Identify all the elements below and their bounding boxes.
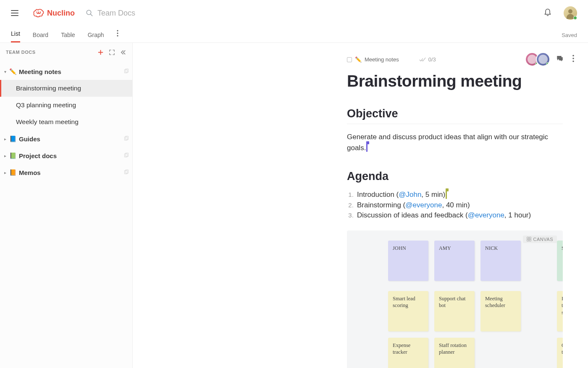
notifications-button[interactable]: [543, 8, 552, 18]
search-input[interactable]: Team Docs: [86, 9, 135, 18]
view-more-button[interactable]: [117, 30, 118, 42]
canvas-sticky[interactable]: Meeting scheduler: [480, 291, 521, 331]
brain-logo-icon: [33, 7, 45, 19]
copy-icon[interactable]: [123, 152, 129, 159]
brand-logo[interactable]: Nuclino: [33, 7, 75, 19]
user-avatar[interactable]: [564, 6, 577, 20]
presence-avatars: [525, 52, 550, 66]
canvas-sticky[interactable]: Staff rotation planner: [434, 338, 475, 368]
canvas-sticky[interactable]: AMY: [434, 241, 475, 281]
add-page-button[interactable]: [97, 49, 104, 56]
collab-cursor-icon: [366, 143, 368, 152]
svg-point-4: [117, 35, 118, 36]
menu-hamburger-icon[interactable]: [11, 10, 18, 16]
tab-graph[interactable]: Graph: [88, 32, 104, 42]
comments-button[interactable]: [556, 55, 564, 64]
svg-rect-19: [529, 237, 531, 239]
dots-vertical-icon: [117, 30, 118, 37]
tab-board[interactable]: Board: [33, 32, 48, 42]
agenda-list[interactable]: Introduction (@John, 5 min) Brainstormin…: [349, 191, 563, 220]
doc-more-button[interactable]: [570, 55, 577, 64]
sidebar-item-q3-planning[interactable]: Q3 planning meeting: [0, 97, 132, 114]
canvas-sticky[interactable]: Smart lead scoring: [388, 291, 428, 331]
chevron-double-left-icon: [120, 49, 126, 56]
svg-point-17: [572, 61, 574, 62]
mention[interactable]: @John: [399, 191, 421, 199]
svg-line-1: [90, 14, 92, 16]
canvas-sticky[interactable]: JOHN: [388, 241, 428, 281]
chevron-right-icon: ▸: [4, 170, 8, 175]
canvas-sticky[interactable]: Expense tracker: [388, 338, 428, 368]
svg-point-16: [572, 58, 574, 59]
breadcrumb-label: Meeting notes: [365, 56, 399, 63]
sidebar-item-meeting-notes[interactable]: ▾ ✏️ Meeting notes: [0, 63, 132, 80]
status-online-icon: [573, 16, 577, 20]
svg-rect-18: [527, 237, 528, 239]
plus-icon: [97, 49, 104, 56]
page-title[interactable]: Brainstorming meeting: [347, 72, 563, 90]
breadcrumb[interactable]: ✏️ Meeting notes: [347, 56, 399, 63]
sidebar-title: TEAM DOCS: [6, 50, 36, 55]
presence-avatar[interactable]: [536, 52, 550, 66]
dots-vertical-icon: [570, 55, 577, 62]
page-icon: [347, 57, 352, 62]
canvas-sticky[interactable]: Invoice tracking system: [557, 291, 563, 331]
section-agenda[interactable]: Agenda: [347, 170, 563, 183]
objective-text[interactable]: Generate and discuss product ideas that …: [347, 132, 563, 153]
collab-cursor-icon: [446, 191, 447, 199]
expand-button[interactable]: [109, 49, 115, 56]
canvas-block[interactable]: CANVAS JOHN AMY NICK SHORTLIST Smart lea…: [347, 230, 563, 368]
agenda-item[interactable]: Discussion of ideas and feedback (@every…: [355, 211, 563, 220]
agenda-item[interactable]: Brainstorming (@everyone, 40 min): [355, 201, 563, 209]
sidebar: TEAM DOCS ▾ ✏️ Meeting notes Brainstormi…: [0, 43, 133, 368]
section-objective[interactable]: Objective: [347, 107, 563, 120]
agenda-item[interactable]: Introduction (@John, 5 min): [355, 191, 563, 199]
brand-name: Nuclino: [47, 9, 75, 18]
chevron-right-icon: ▸: [4, 154, 8, 158]
check-icon: [419, 57, 426, 62]
svg-point-15: [572, 55, 574, 56]
mention[interactable]: @everyone: [405, 201, 442, 209]
chevron-down-icon: ▾: [4, 69, 8, 74]
saved-status: Saved: [562, 32, 577, 42]
canvas-sticky[interactable]: Support chat bot: [434, 291, 475, 331]
search-placeholder: Team Docs: [97, 9, 135, 18]
expand-icon: [109, 49, 115, 56]
sidebar-item-weekly-team[interactable]: Weekly team meeting: [0, 114, 132, 130]
canvas-sticky[interactable]: SHORTLIST: [557, 241, 563, 281]
copy-icon[interactable]: [123, 169, 129, 176]
copy-icon[interactable]: [123, 68, 129, 75]
canvas-sticky[interactable]: NICK: [480, 241, 521, 281]
svg-point-2: [117, 30, 118, 31]
sidebar-item-brainstorming[interactable]: Brainstorming meeting: [0, 80, 132, 97]
tab-table[interactable]: Table: [61, 32, 75, 42]
mention[interactable]: @everyone: [468, 211, 504, 219]
collapse-sidebar-button[interactable]: [120, 49, 126, 56]
search-icon: [86, 9, 93, 17]
checklist-count[interactable]: 0/3: [419, 56, 436, 63]
svg-point-3: [117, 32, 118, 34]
copy-icon[interactable]: [123, 135, 129, 143]
bell-icon: [543, 8, 552, 16]
chevron-right-icon: ▸: [4, 137, 8, 141]
sidebar-item-guides[interactable]: ▸ 📘 Guides: [0, 130, 132, 147]
canvas-sticky[interactable]: Quick survey tool: [557, 338, 563, 368]
sidebar-item-project-docs[interactable]: ▸ 📗 Project docs: [0, 147, 132, 164]
tab-list[interactable]: List: [11, 30, 20, 42]
sidebar-item-memos[interactable]: ▸ 📙 Memos: [0, 164, 132, 181]
chat-icon: [556, 55, 564, 62]
